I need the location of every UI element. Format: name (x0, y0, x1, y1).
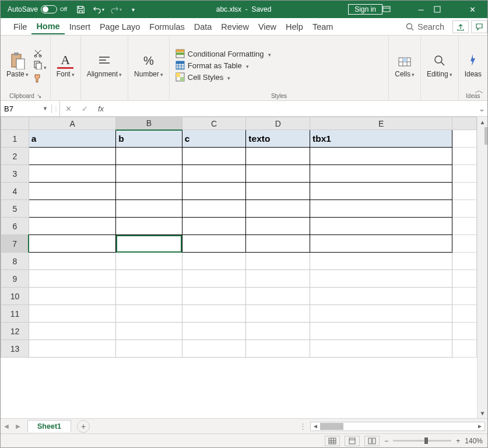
row-header-7[interactable]: 7 (1, 235, 29, 253)
cell-B12[interactable] (116, 323, 182, 340)
col-header-B[interactable]: B (116, 117, 182, 130)
undo-button[interactable]: ▾ (93, 5, 104, 13)
split-handle-icon[interactable]: ⋮ (299, 422, 307, 430)
cancel-formula-icon[interactable]: ✕ (60, 104, 76, 113)
cell-A3[interactable] (29, 165, 115, 183)
tab-review[interactable]: Review (216, 20, 254, 34)
add-sheet-button[interactable]: + (77, 420, 90, 433)
cell-B8[interactable] (116, 253, 182, 270)
cell-E6[interactable] (310, 218, 452, 235)
cell-C4[interactable] (182, 183, 246, 200)
cell-A6[interactable] (29, 218, 115, 235)
tab-team[interactable]: Team (308, 20, 338, 34)
cell-E11[interactable] (310, 305, 452, 323)
cell-B4[interactable] (116, 183, 182, 200)
sign-in-button[interactable]: Sign in (348, 4, 382, 15)
cell-E3[interactable] (310, 165, 452, 183)
cell-A12[interactable] (29, 323, 115, 340)
cell-D5[interactable] (246, 200, 310, 218)
cell-A13[interactable] (29, 340, 115, 358)
scroll-left-icon[interactable]: ◄ (311, 423, 320, 429)
vertical-scrollbar[interactable]: ▲ ▼ (477, 117, 487, 418)
zoom-handle[interactable] (424, 438, 428, 444)
cell-B5[interactable] (116, 200, 182, 218)
comments-button[interactable] (471, 20, 487, 33)
cell-E13[interactable] (310, 340, 452, 358)
sheet-tab[interactable]: Sheet1 (27, 420, 71, 432)
cell-C9[interactable] (182, 270, 246, 288)
maximize-button[interactable] (434, 6, 459, 13)
cell-B6[interactable] (116, 218, 182, 235)
cell-A7[interactable] (29, 235, 115, 253)
sheet-nav-next-icon[interactable]: ► (12, 422, 24, 430)
cell-C10[interactable] (182, 288, 246, 305)
format-painter-icon[interactable] (33, 74, 43, 83)
ideas-button[interactable]: Ideas (462, 51, 484, 79)
collapse-ribbon-icon[interactable]: ︿ (475, 85, 484, 97)
cell-D11[interactable] (246, 305, 310, 323)
col-header-E[interactable]: E (310, 117, 452, 130)
horizontal-scrollbar[interactable]: ◄ ► (310, 422, 485, 431)
cell-D4[interactable] (246, 183, 310, 200)
name-box[interactable]: B7 ▼ (1, 104, 52, 113)
tab-view[interactable]: View (254, 20, 281, 34)
save-icon[interactable] (75, 5, 87, 14)
cell-C1[interactable]: c (182, 130, 246, 148)
namebox-split-icon[interactable]: ⋮ (52, 101, 60, 116)
tell-me-search[interactable]: Search (406, 22, 444, 32)
cell-C2[interactable] (182, 148, 246, 165)
cell-C7[interactable] (182, 235, 246, 253)
cell-B9[interactable] (116, 270, 182, 288)
copy-icon[interactable] (33, 60, 47, 71)
cell-A10[interactable] (29, 288, 115, 305)
ribbon-display-icon[interactable] (382, 6, 408, 13)
page-layout-view-icon[interactable] (345, 436, 360, 446)
tab-help[interactable]: Help (281, 20, 308, 34)
hscroll-thumb[interactable] (320, 423, 343, 430)
scroll-up-icon[interactable]: ▲ (480, 117, 486, 127)
row-header-1[interactable]: 1 (1, 130, 29, 148)
row-header-8[interactable]: 8 (1, 253, 29, 270)
row-header-4[interactable]: 4 (1, 183, 29, 200)
cell-B11[interactable] (116, 305, 182, 323)
cell-A8[interactable] (29, 253, 115, 270)
editing-button[interactable]: Editing (424, 51, 455, 79)
cell-E9[interactable] (310, 270, 452, 288)
col-header-A[interactable]: A (29, 117, 115, 130)
cell-A4[interactable] (29, 183, 115, 200)
qat-customize-icon[interactable]: ▾ (128, 6, 139, 13)
cell-E10[interactable] (310, 288, 452, 305)
row-header-2[interactable]: 2 (1, 148, 29, 165)
cell-D6[interactable] (246, 218, 310, 235)
cell-B2[interactable] (116, 148, 182, 165)
sheet-nav-prev-icon[interactable]: ◄ (1, 422, 12, 430)
zoom-level[interactable]: 140% (465, 437, 483, 445)
expand-formula-bar-icon[interactable]: ⌄ (476, 104, 487, 113)
share-button[interactable] (452, 20, 469, 33)
zoom-out-button[interactable]: − (384, 437, 388, 445)
cell-C6[interactable] (182, 218, 246, 235)
cell-D2[interactable] (246, 148, 310, 165)
scroll-thumb[interactable] (485, 127, 488, 145)
cell-D12[interactable] (246, 323, 310, 340)
autosave-toggle[interactable]: AutoSave Off (8, 5, 67, 13)
cell-D3[interactable] (246, 165, 310, 183)
tab-data[interactable]: Data (189, 20, 217, 34)
scroll-down-icon[interactable]: ▼ (480, 408, 486, 418)
cell-A2[interactable] (29, 148, 115, 165)
alignment-button[interactable]: Alignment (85, 51, 124, 79)
cell-E7[interactable] (310, 235, 452, 253)
cell-A1[interactable]: a (29, 130, 115, 148)
cell-D10[interactable] (246, 288, 310, 305)
row-header-13[interactable]: 13 (1, 340, 29, 358)
insert-function-icon[interactable]: fx (93, 104, 109, 113)
tab-pagelayout[interactable]: Page Layo (95, 20, 145, 34)
row-header-6[interactable]: 6 (1, 218, 29, 235)
tab-file[interactable]: File (9, 20, 31, 34)
row-header-10[interactable]: 10 (1, 288, 29, 305)
tab-formulas[interactable]: Formulas (145, 20, 189, 34)
cut-icon[interactable] (33, 48, 43, 58)
formula-input[interactable] (109, 104, 476, 113)
cell-D7[interactable] (246, 235, 310, 253)
cell-E12[interactable] (310, 323, 452, 340)
